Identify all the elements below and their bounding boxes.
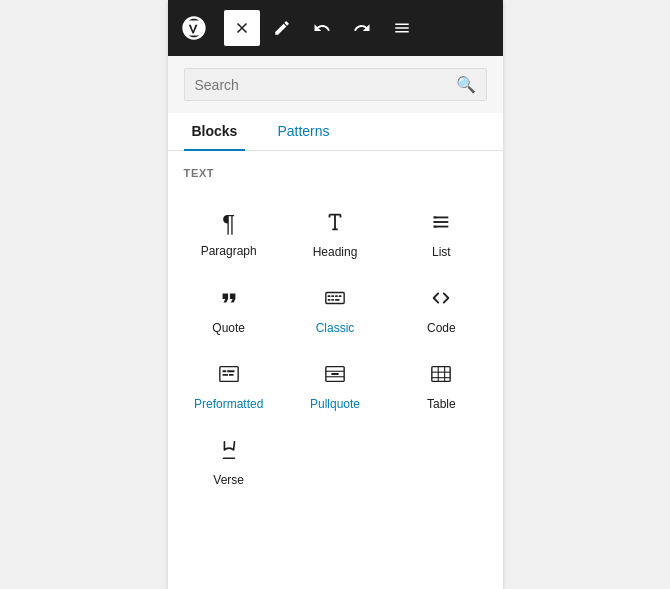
preformatted-icon	[218, 363, 240, 389]
search-box: 🔍	[184, 68, 487, 101]
classic-icon	[324, 287, 346, 313]
edit-button[interactable]	[264, 10, 300, 46]
svg-rect-3	[434, 217, 437, 219]
wordpress-logo-icon	[180, 14, 208, 42]
svg-rect-23	[432, 367, 450, 382]
block-classic-label: Classic	[316, 321, 355, 335]
section-label: TEXT	[168, 151, 503, 187]
svg-rect-11	[328, 299, 331, 301]
pencil-icon	[273, 19, 291, 37]
svg-rect-15	[222, 370, 226, 372]
menu-icon	[393, 19, 411, 37]
block-verse-label: Verse	[213, 473, 244, 487]
block-list[interactable]: List	[388, 195, 494, 271]
list-icon	[430, 211, 452, 237]
block-verse[interactable]: Verse	[176, 423, 282, 499]
svg-rect-13	[335, 299, 340, 301]
search-icon: 🔍	[456, 75, 476, 94]
search-input[interactable]	[195, 77, 448, 93]
heading-icon	[324, 211, 346, 237]
svg-rect-16	[227, 370, 234, 372]
verse-icon	[218, 439, 240, 465]
svg-rect-4	[434, 221, 437, 223]
svg-rect-5	[434, 226, 437, 228]
toolbar	[168, 0, 503, 56]
search-area: 🔍	[168, 56, 503, 113]
svg-rect-7	[328, 295, 331, 297]
svg-rect-18	[229, 374, 234, 376]
svg-rect-12	[331, 299, 334, 301]
undo-button[interactable]	[304, 10, 340, 46]
wp-panel: 🔍 Blocks Patterns TEXT ¶ Paragraph Headi…	[168, 0, 503, 589]
block-list-label: List	[432, 245, 451, 259]
tab-blocks[interactable]: Blocks	[184, 113, 246, 151]
block-pullquote[interactable]: Pullquote	[282, 347, 388, 423]
blocks-grid: ¶ Paragraph Heading	[168, 187, 503, 507]
close-button[interactable]	[224, 10, 260, 46]
svg-rect-17	[222, 374, 228, 376]
tabs: Blocks Patterns	[168, 113, 503, 151]
block-code-label: Code	[427, 321, 456, 335]
block-classic[interactable]: Classic	[282, 271, 388, 347]
code-icon	[430, 287, 452, 313]
undo-icon	[313, 19, 331, 37]
block-paragraph[interactable]: ¶ Paragraph	[176, 195, 282, 271]
block-preformatted-label: Preformatted	[194, 397, 263, 411]
svg-rect-10	[339, 295, 342, 297]
block-table[interactable]: Table	[388, 347, 494, 423]
block-preformatted[interactable]: Preformatted	[176, 347, 282, 423]
svg-rect-8	[331, 295, 334, 297]
svg-rect-22	[331, 373, 338, 375]
block-heading-label: Heading	[313, 245, 358, 259]
close-icon	[233, 19, 251, 37]
svg-rect-6	[326, 293, 344, 304]
svg-rect-14	[219, 367, 237, 382]
quote-icon	[218, 287, 240, 313]
block-code[interactable]: Code	[388, 271, 494, 347]
svg-rect-9	[335, 295, 338, 297]
redo-button[interactable]	[344, 10, 380, 46]
redo-icon	[353, 19, 371, 37]
block-quote[interactable]: Quote	[176, 271, 282, 347]
paragraph-icon: ¶	[222, 212, 235, 236]
block-quote-label: Quote	[212, 321, 245, 335]
wp-logo	[176, 10, 212, 46]
pullquote-icon	[324, 363, 346, 389]
menu-button[interactable]	[384, 10, 420, 46]
block-table-label: Table	[427, 397, 456, 411]
block-paragraph-label: Paragraph	[201, 244, 257, 258]
block-heading[interactable]: Heading	[282, 195, 388, 271]
table-icon	[430, 363, 452, 389]
tab-patterns[interactable]: Patterns	[269, 113, 337, 151]
block-pullquote-label: Pullquote	[310, 397, 360, 411]
